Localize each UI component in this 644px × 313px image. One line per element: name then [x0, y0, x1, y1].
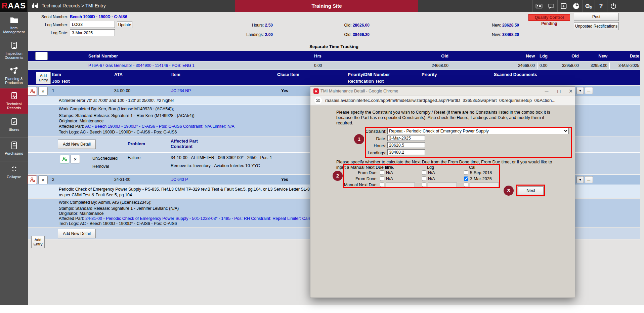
training-site-banner: Training Site — [235, 0, 418, 12]
chrome-r-favicon: R — [313, 88, 319, 94]
stt-col-new2: New — [582, 53, 607, 58]
update-button[interactable]: Update — [117, 21, 132, 28]
dialog-url-bar[interactable]: raasais.aviationintertec.com/app/tmi/tmi… — [310, 95, 575, 106]
constraint-select[interactable]: Repeat - Periodic Check of Emergency Pow… — [387, 128, 569, 134]
pie-chart-icon[interactable] — [570, 0, 582, 12]
serial-number-label: Serial Number: — [21, 14, 68, 19]
delete-entry-button-2[interactable]: × — [38, 175, 48, 184]
settings-gears-icon[interactable]: ⚙⚙ — [582, 0, 595, 12]
log-number-input[interactable] — [70, 21, 115, 28]
logo-r: R — [2, 1, 8, 10]
scanned-dropdown[interactable]: ▾ — [576, 87, 584, 94]
close-button[interactable]: × — [566, 87, 576, 95]
serial-number-link[interactable]: Beech 1900D - 1900D - C-AIS6 — [70, 14, 127, 19]
sidebar-item-purchasing[interactable]: Purchasing — [0, 138, 28, 161]
row2-close-item: Yes — [281, 177, 288, 182]
detail-delete-button[interactable]: × — [71, 155, 80, 163]
row2-originator: Originator: Maintenance — [59, 211, 103, 216]
col-item: Item — [52, 72, 61, 77]
minimize-button[interactable]: — — [542, 87, 552, 95]
help-icon[interactable]: ? — [595, 0, 607, 12]
add-icon[interactable] — [557, 0, 570, 12]
chat-icon[interactable] — [545, 0, 557, 12]
id-card-icon[interactable] — [532, 0, 545, 12]
collapse-icon — [0, 165, 28, 174]
row2-affected-part-link[interactable]: 24-31-00 - Periodic Check of Emergency P… — [85, 216, 319, 221]
date-label: Date: — [344, 136, 386, 141]
from-due-cal-checkbox[interactable] — [464, 170, 468, 175]
manual-cal-input[interactable] — [470, 183, 499, 187]
row1-affected-part: Affected Part: AC - Beech 1900D - 1900D*… — [59, 124, 234, 129]
manual-hrs-checkbox[interactable] — [380, 183, 384, 187]
sidebar-item-stores[interactable]: Stores — [0, 114, 28, 138]
manual-hrs-input[interactable] — [386, 183, 415, 187]
scanned-dropdown-2[interactable]: ▾ — [576, 176, 584, 183]
landings-input[interactable] — [387, 149, 425, 155]
row1-job-card-link[interactable]: JC 234 NP — [171, 88, 191, 93]
from-done-hrs-checkbox[interactable] — [380, 177, 384, 181]
manual-ldg-input[interactable] — [428, 183, 457, 187]
edit-pencil-button[interactable]: ✎ — [35, 52, 48, 60]
dialog-title-bar[interactable]: R TMI Maintenance Detail - Google Chrome… — [310, 87, 575, 95]
subcol-constraint: Constraint — [171, 144, 192, 149]
manual-ldg-checkbox[interactable] — [422, 183, 426, 187]
sidebar-item-collapse[interactable]: Collapse — [0, 161, 28, 184]
annotation-circle-2: 2 — [333, 171, 343, 181]
raas-logo[interactable]: RAAS — [0, 0, 28, 12]
detail-person-button[interactable] — [60, 155, 69, 163]
from-due-ldg-checkbox[interactable] — [422, 170, 426, 175]
assign-person-button-2[interactable] — [28, 175, 37, 184]
clipboard-check-icon — [0, 117, 28, 127]
row2-work-completed: Work Completed By: Admin, AIS (License:1… — [59, 200, 152, 205]
log-date-input[interactable] — [70, 29, 115, 36]
landings-new: New: 38468.20 — [472, 32, 519, 37]
hours-label-dlg: Hours: — [344, 143, 386, 148]
hierarchy-icon — [0, 67, 28, 76]
add-entry-button-top[interactable]: Add Entry — [36, 72, 51, 84]
row2-ata: 24-31-00 — [114, 177, 130, 182]
tune-icon[interactable] — [314, 97, 322, 104]
col-priority: Priority — [422, 72, 437, 77]
stt-data-row: PT6A-67 Gas Generator - 3044900 - 114146… — [28, 62, 640, 70]
manual-cal-checkbox[interactable] — [464, 183, 468, 187]
breadcrumb: Technical Records > TMI Entry — [42, 3, 106, 8]
assign-person-button[interactable] — [28, 87, 37, 95]
row2-item: 2 — [52, 177, 54, 182]
date-input[interactable] — [387, 135, 425, 141]
add-new-detail-button-1[interactable]: Add New Detail — [58, 140, 96, 149]
col-priority-dmi: Priority/DMI Number — [348, 72, 390, 77]
delete-entry-button[interactable]: × — [38, 87, 48, 95]
scanned-more-button-2[interactable]: ... — [585, 176, 593, 183]
scanned-more-button[interactable]: ... — [585, 87, 593, 94]
stt-col-hrs: Hrs — [314, 53, 321, 58]
add-new-detail-button-2[interactable]: Add New Detail — [58, 229, 96, 238]
row1-affected-part-link[interactable]: AC - Beech 1900D - 1900D* - C-AIS6 - Pos… — [85, 124, 234, 129]
landings-label: Landings: 2.00 — [239, 32, 273, 37]
row2-tech-logs: Tech Logs: AC - Beech 1900D - 1900D* - C… — [59, 221, 177, 226]
sidebar-item-planning-production[interactable]: Planning & Production — [0, 63, 28, 88]
post-button[interactable]: Post — [574, 13, 619, 21]
next-button[interactable]: Next — [518, 186, 544, 195]
sidebar-item-technical-records[interactable]: Technical Records — [0, 88, 28, 114]
row1-scanned-controls: ▾ ... — [576, 87, 593, 94]
row1-tech-logs: Tech Logs: AC - Beech 1900D - 1900D* - C… — [59, 130, 177, 134]
unposted-rectifications-button[interactable]: Unposted Rectifications — [574, 22, 619, 30]
grid-col-hrs: Hrs — [385, 165, 391, 170]
power-icon[interactable] — [607, 0, 619, 12]
top-bar: RAAS Technical Records > TMI Entry Train… — [0, 0, 644, 12]
app-root: RAAS Technical Records > TMI Entry Train… — [0, 0, 644, 313]
calculator-icon — [0, 141, 28, 151]
from-done-cal-checkbox[interactable] — [464, 177, 468, 181]
sidebar-item-inspection-documents[interactable]: Inspection Documents — [0, 38, 28, 63]
maximize-button[interactable]: □ — [554, 87, 564, 95]
detail-part-link[interactable]: 34-10-00 - ALTIMETER - 066-3062-00* - 26… — [171, 155, 272, 160]
from-done-ldg-checkbox[interactable] — [422, 177, 426, 181]
hours-input[interactable] — [387, 142, 425, 148]
stt-col-old1: Old — [364, 53, 448, 58]
col-scanned-documents: Scanned Documents — [494, 72, 537, 77]
row2-job-card-link[interactable]: JC 643 P — [171, 177, 188, 182]
add-entry-button-bottom[interactable]: Add Entry — [31, 236, 45, 248]
from-due-hrs-checkbox[interactable] — [380, 170, 384, 175]
log-date-label: Log Date: — [21, 31, 68, 35]
stt-serial-link[interactable]: PT6A-67 Gas Generator - 3044900 - 114146… — [88, 63, 195, 68]
